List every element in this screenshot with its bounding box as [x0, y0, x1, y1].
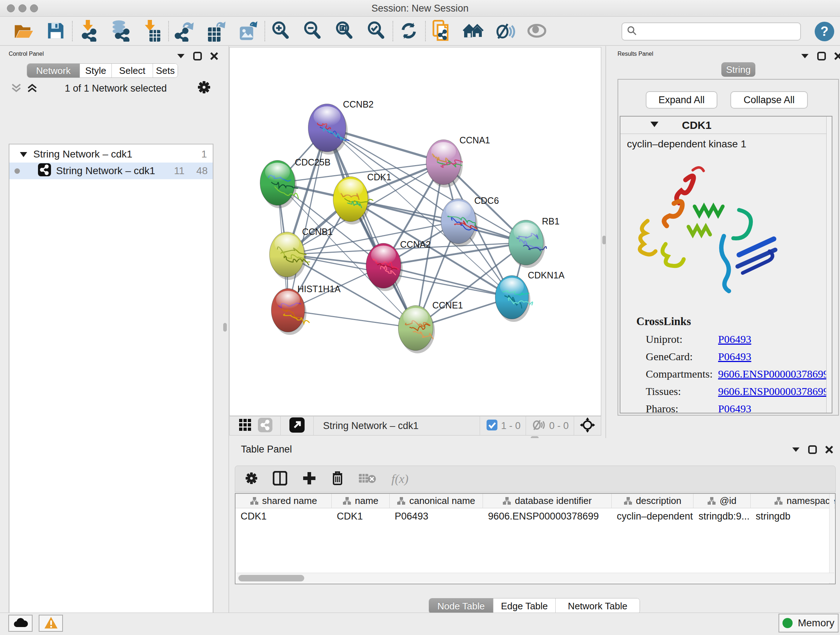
- home-button[interactable]: [462, 19, 485, 43]
- crosshair-icon[interactable]: [580, 417, 595, 434]
- close-panel-icon[interactable]: [210, 52, 218, 62]
- left-splitter-handle[interactable]: [223, 323, 227, 332]
- table-cell[interactable]: 9606.ENSP00000378699: [483, 508, 612, 524]
- expand-all-icon[interactable]: [27, 82, 38, 95]
- column-header-namespace[interactable]: namespace: [751, 494, 836, 508]
- add-column-icon[interactable]: [302, 471, 316, 486]
- column-header-shared-name[interactable]: shared name: [235, 494, 332, 508]
- network-node-ccna2[interactable]: CCNA2: [366, 239, 431, 291]
- function-builder-icon[interactable]: f(x): [392, 472, 409, 486]
- import-network-from-database-button[interactable]: [109, 19, 132, 43]
- network-row-selected[interactable]: String Network – cdk1 11 48: [9, 163, 213, 179]
- tab-style[interactable]: Style: [80, 64, 112, 78]
- table-cell[interactable]: cyclin–dependent ...: [612, 508, 693, 524]
- table-row[interactable]: CDK1CDK1P064939606.ENSP00000378699cyclin…: [235, 508, 835, 524]
- network-node-cdkn1a[interactable]: CDKN1A: [495, 270, 565, 322]
- apply-layout-button[interactable]: [397, 19, 420, 43]
- column-header--id[interactable]: @id: [693, 494, 751, 508]
- table-vertical-scrollbar[interactable]: [829, 494, 834, 584]
- network-node-ccne1[interactable]: CCNE1: [398, 300, 463, 353]
- zoom-in-button[interactable]: [269, 19, 292, 43]
- open-file-button[interactable]: [12, 19, 35, 43]
- table-cell[interactable]: P06493: [390, 508, 483, 524]
- tab-select[interactable]: Select: [112, 64, 153, 78]
- tab-network-table[interactable]: Network Table: [556, 599, 639, 614]
- maximize-panel-icon[interactable]: [808, 445, 817, 455]
- results-vertical-scrollbar[interactable]: [826, 117, 832, 413]
- clone-network-button[interactable]: [430, 19, 453, 43]
- help-button[interactable]: ?: [815, 22, 834, 41]
- collapse-all-icon[interactable]: [11, 82, 22, 95]
- node-table[interactable]: shared namenamecanonical namedatabase id…: [235, 493, 836, 584]
- gene-header-row[interactable]: CDK1: [621, 117, 832, 134]
- column-header-description[interactable]: description: [612, 494, 693, 508]
- network-node-hist1h1a[interactable]: HIST1H1A: [271, 284, 341, 335]
- float-panel-icon[interactable]: [791, 447, 800, 454]
- open-external-icon[interactable]: [289, 417, 305, 434]
- memory-indicator[interactable]: Memory: [778, 614, 838, 632]
- maximize-panel-icon[interactable]: [817, 52, 826, 62]
- crosslink-link[interactable]: P06493: [718, 350, 752, 363]
- collapse-all-button[interactable]: Collapse All: [730, 91, 808, 109]
- tab-edge-table[interactable]: Edge Table: [493, 599, 556, 614]
- close-panel-icon[interactable]: [825, 445, 834, 455]
- network-node-ccnb2[interactable]: CCNB2: [308, 99, 374, 155]
- network-graph[interactable]: CCNB2CCNA1CDC25BCDK1CDC6RB1CCNB1CCNA2CDK…: [230, 48, 601, 416]
- network-node-ccnb1[interactable]: CCNB1: [270, 226, 333, 280]
- crosslink-link[interactable]: P06493: [718, 402, 752, 413]
- expander-triangle-icon[interactable]: [19, 149, 27, 160]
- export-image-button[interactable]: [237, 19, 260, 43]
- export-table-button[interactable]: [205, 19, 228, 43]
- scrollbar-thumb[interactable]: [238, 575, 304, 581]
- network-view-toolbar: String Network – cdk1 1 - 0 0 - 0: [229, 416, 601, 435]
- table-cell[interactable]: stringdb:9...: [693, 508, 751, 524]
- network-node-ccna1[interactable]: CCNA1: [426, 135, 490, 187]
- zoom-selected-button[interactable]: [365, 19, 388, 43]
- search-input[interactable]: [641, 26, 800, 37]
- string-share-icon[interactable]: [258, 418, 272, 434]
- node-label: HIST1H1A: [297, 284, 341, 294]
- zoom-out-button[interactable]: [301, 19, 324, 43]
- crosslink-link[interactable]: P06493: [718, 333, 752, 345]
- tab-node-table[interactable]: Node Table: [429, 599, 493, 614]
- node-label: CDC6: [474, 195, 499, 206]
- gear-icon[interactable]: [245, 472, 257, 486]
- save-session-button[interactable]: [44, 19, 67, 43]
- maximize-panel-icon[interactable]: [193, 52, 202, 62]
- results-tab-string[interactable]: String: [722, 62, 755, 77]
- collapse-triangle-icon[interactable]: [650, 121, 659, 129]
- gear-icon[interactable]: [197, 81, 210, 95]
- float-panel-icon[interactable]: [177, 53, 185, 60]
- delete-column-icon[interactable]: [332, 471, 344, 487]
- clear-table-icon[interactable]: [359, 472, 376, 486]
- expand-all-button[interactable]: Expand All: [646, 91, 717, 109]
- table-cell[interactable]: CDK1: [332, 508, 390, 524]
- import-network-button[interactable]: [77, 19, 100, 43]
- show-hide-button[interactable]: [525, 19, 548, 43]
- toggle-graphics-button[interactable]: [493, 19, 516, 43]
- table-horizontal-scrollbar[interactable]: [236, 573, 834, 583]
- table-cell[interactable]: CDK1: [235, 508, 332, 524]
- tab-sets[interactable]: Sets: [153, 64, 178, 78]
- column-header-database-identifier[interactable]: database identifier: [483, 494, 612, 508]
- close-panel-icon[interactable]: [834, 52, 840, 62]
- results-panel: Results Panel String Expand All Collapse…: [606, 46, 840, 438]
- export-network-button[interactable]: [173, 19, 196, 43]
- import-table-button[interactable]: [141, 19, 164, 43]
- tab-network[interactable]: Network: [27, 64, 80, 78]
- cloud-button[interactable]: [8, 615, 33, 632]
- network-collection-row[interactable]: String Network – cdk1 1: [9, 146, 213, 163]
- network-node-cdc6[interactable]: CDC6: [441, 195, 499, 247]
- table-cell[interactable]: stringdb: [751, 508, 836, 524]
- column-header-canonical-name[interactable]: canonical name: [390, 494, 483, 508]
- birdseye-grid-icon[interactable]: [239, 419, 251, 432]
- warning-button[interactable]: [39, 615, 63, 632]
- crosslink-link[interactable]: 9606.ENSP00000378699: [718, 368, 829, 380]
- crosslink-link[interactable]: 9606.ENSP00000378699: [718, 385, 829, 397]
- column-header-name[interactable]: name: [332, 494, 390, 508]
- select-columns-icon[interactable]: [273, 471, 287, 487]
- network-node-cdc25b[interactable]: CDC25B: [260, 157, 331, 208]
- network-node-rb1[interactable]: RB1: [508, 216, 560, 268]
- float-panel-icon[interactable]: [801, 53, 809, 60]
- zoom-fit-button[interactable]: [333, 19, 356, 43]
